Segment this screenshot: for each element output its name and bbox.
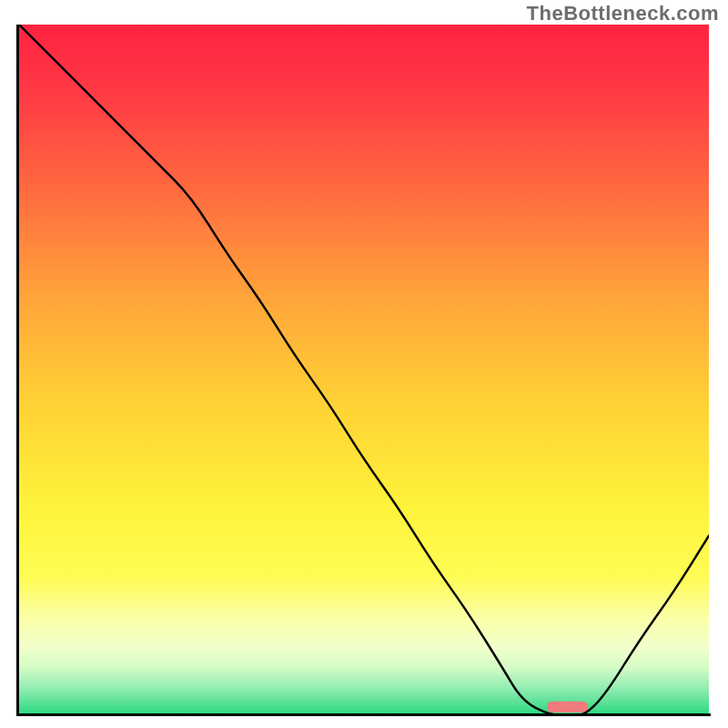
chart-svg bbox=[19, 25, 709, 715]
x-axis bbox=[16, 713, 711, 716]
watermark-text: TheBottleneck.com bbox=[527, 2, 719, 25]
optimal-marker bbox=[547, 702, 588, 713]
y-axis bbox=[16, 25, 19, 716]
chart-area bbox=[19, 25, 709, 715]
